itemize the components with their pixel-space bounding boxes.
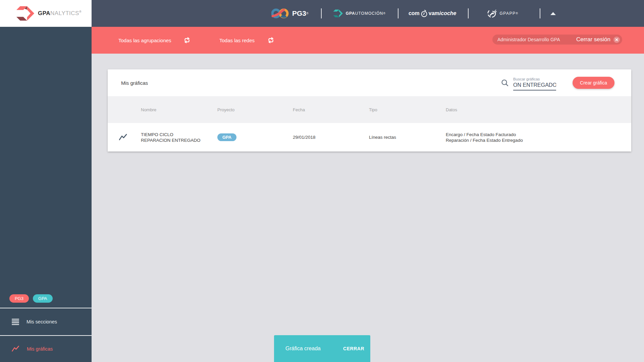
column-header-tipo: Tipo xyxy=(369,107,446,112)
top-header: PG3® GPAUTOMOCIÓN® com vamicoche xyxy=(92,0,644,27)
card-header: Mis gráficas Buscar gráficas Crear gráfi… xyxy=(108,69,631,96)
mis-graficas-card: Mis gráficas Buscar gráficas Crear gráfi… xyxy=(108,69,631,152)
column-header-datos: Datos xyxy=(446,107,587,112)
badge-gpa[interactable]: GPA xyxy=(33,294,53,303)
swap-icon[interactable] xyxy=(183,37,191,44)
row-data-line-1: Encargo / Fecha Estado Facturado xyxy=(446,132,587,137)
gpautomocion-arrow-icon xyxy=(333,9,343,18)
header-separator xyxy=(540,8,540,18)
snackbar: Gráfica creada CERRAR xyxy=(274,335,370,362)
gpapp-logo[interactable]: GPAPP® xyxy=(487,8,519,18)
logout-button[interactable]: Cerrar sesión xyxy=(576,36,620,43)
table-row[interactable]: TIEMPO CICLO REPARACION ENTREGADO GPA 29… xyxy=(108,123,631,152)
gpapp-wrench-icon xyxy=(487,8,497,18)
filter-redes-label: Todas las redes xyxy=(219,38,255,43)
row-project-cell: GPA xyxy=(217,133,293,141)
gpanalytics-logo[interactable]: GPANALYTICS® xyxy=(0,0,92,27)
pg3-wordmark: PG3 xyxy=(292,9,306,17)
sidebar-item-label: Mis gráficas xyxy=(27,346,53,352)
close-circle-icon[interactable] xyxy=(613,37,620,43)
filter-agrupaciones-label: Todas las agrupaciones xyxy=(118,38,171,43)
list-icon xyxy=(12,319,19,325)
create-chart-button[interactable]: Crear gráfica xyxy=(573,77,614,89)
pg3-reg-mark: ® xyxy=(306,12,309,15)
app-root: GPANALYTICS® PG3 GPA Mis secciones Mis g… xyxy=(0,0,644,362)
filter-agrupaciones[interactable]: Todas las agrupaciones xyxy=(118,27,191,54)
sidebar: GPANALYTICS® PG3 GPA Mis secciones Mis g… xyxy=(0,0,92,362)
swap-icon[interactable] xyxy=(267,37,275,44)
gpautomocion-text-bold: GPA xyxy=(346,11,355,16)
gpanalytics-wordmark: GPANALYTICS® xyxy=(38,10,82,17)
line-chart-icon xyxy=(119,134,127,141)
row-date: 29/01/2018 xyxy=(293,135,369,140)
sidebar-item-label: Mis secciones xyxy=(26,319,57,324)
search-label: Buscar gráficas xyxy=(513,77,556,81)
sidebar-badges: PG3 GPA xyxy=(9,294,53,303)
row-name: TIEMPO CICLO REPARACION ENTREGADO xyxy=(141,132,217,143)
logo-reg-mark: ® xyxy=(79,10,82,13)
gpapp-reg-mark: ® xyxy=(516,12,518,15)
row-data-line-2: Reparación / Fecha Estado Entregado xyxy=(446,137,587,143)
comprovamicoche-text-italic: icoche xyxy=(439,10,457,16)
header-separator xyxy=(321,8,322,18)
line-chart-icon xyxy=(12,346,19,352)
column-header-fecha: Fecha xyxy=(293,107,369,112)
row-type: Líneas rectas xyxy=(369,135,446,140)
project-badge: GPA xyxy=(217,133,236,141)
gpautomocion-logo[interactable]: GPAUTOMOCIÓN® xyxy=(333,9,386,18)
comprovamicoche-logo[interactable]: com vamicoche xyxy=(409,10,457,17)
search-input[interactable] xyxy=(513,82,556,90)
logo-text-nalytics: NALYTICS xyxy=(50,10,79,16)
user-name-label: Administrador Desarrollo GPA xyxy=(497,37,560,42)
gpanalytics-arrow-icon xyxy=(16,6,35,21)
row-type-icon-cell xyxy=(108,134,141,141)
gpapp-wordmark: GPAPP xyxy=(500,11,516,16)
gpautomocion-text-rest: UTOMOCIÓN xyxy=(355,11,383,16)
snackbar-close-button[interactable]: CERRAR xyxy=(341,344,366,353)
row-data: Encargo / Fecha Estado Facturado Reparac… xyxy=(446,132,587,143)
page-title: Mis gráficas xyxy=(121,80,148,86)
pg3-infinity-icon xyxy=(271,7,289,20)
kebab-menu-icon[interactable] xyxy=(600,133,603,140)
chevron-up-icon xyxy=(550,12,556,15)
stopwatch-icon xyxy=(420,10,428,17)
search-icon[interactable] xyxy=(501,79,508,86)
search-field: Buscar gráficas xyxy=(513,77,556,90)
gpautomocion-reg-mark: ® xyxy=(383,12,386,15)
snackbar-message: Gráfica creada xyxy=(285,346,321,352)
row-actions-cell xyxy=(587,133,631,142)
comprovamicoche-text-pre: com xyxy=(409,10,420,16)
header-separator xyxy=(398,8,398,18)
pg3-logo[interactable]: PG3® xyxy=(271,7,309,20)
logo-text-gpa: GPA xyxy=(38,10,50,16)
user-session-pill: Administrador Desarrollo GPA Cerrar sesi… xyxy=(492,35,622,45)
column-header-nombre: Nombre xyxy=(141,107,217,112)
column-header-proyecto: Proyecto xyxy=(217,107,293,112)
comprovamicoche-text-mid: vam xyxy=(429,10,439,16)
table-header-row: Nombre Proyecto Fecha Tipo Datos xyxy=(108,96,631,123)
header-separator xyxy=(468,8,469,18)
sidebar-item-mis-secciones[interactable]: Mis secciones xyxy=(0,308,92,335)
filter-redes[interactable]: Todas las redes xyxy=(219,27,275,54)
filter-bar: Todas las agrupaciones Todas las redes A… xyxy=(92,27,644,54)
badge-pg3[interactable]: PG3 xyxy=(9,294,29,303)
logout-label: Cerrar sesión xyxy=(576,36,610,43)
collapse-header-button[interactable] xyxy=(550,12,556,15)
sidebar-item-mis-graficas[interactable]: Mis gráficas xyxy=(0,336,92,362)
